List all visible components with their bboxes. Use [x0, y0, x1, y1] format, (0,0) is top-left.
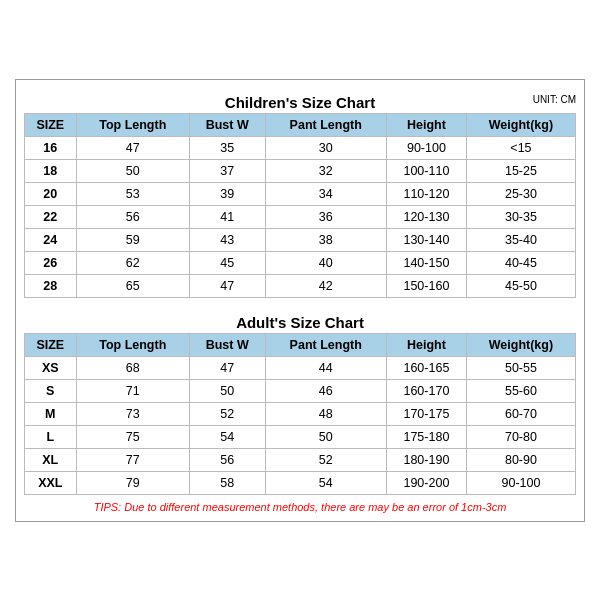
- table-row: 18503732100-11015-25: [25, 159, 576, 182]
- children-header-row: SIZE Top Length Bust W Pant Length Heigh…: [25, 113, 576, 136]
- table-row: 1647353090-100<15: [25, 136, 576, 159]
- children-col-pant-length: Pant Length: [265, 113, 386, 136]
- adults-col-bust-w: Bust W: [189, 333, 265, 356]
- table-row: XL775652180-19080-90: [25, 448, 576, 471]
- adults-size-table: SIZE Top Length Bust W Pant Length Heigh…: [24, 333, 576, 495]
- tips-text: TIPS: Due to different measurement metho…: [24, 501, 576, 513]
- children-col-size: SIZE: [25, 113, 77, 136]
- table-row: 26624540140-15040-45: [25, 251, 576, 274]
- table-row: XS684744160-16550-55: [25, 356, 576, 379]
- adults-header-row: SIZE Top Length Bust W Pant Length Heigh…: [25, 333, 576, 356]
- table-row: L755450175-18070-80: [25, 425, 576, 448]
- table-row: M735248170-17560-70: [25, 402, 576, 425]
- adults-col-height: Height: [386, 333, 466, 356]
- children-section-title: Children's Size Chart UNIT: CM: [24, 88, 576, 113]
- table-row: 28654742150-16045-50: [25, 274, 576, 297]
- children-col-bust-w: Bust W: [189, 113, 265, 136]
- size-chart-container: Children's Size Chart UNIT: CM SIZE Top …: [15, 79, 585, 522]
- table-row: 22564136120-13030-35: [25, 205, 576, 228]
- unit-label: UNIT: CM: [533, 94, 576, 105]
- table-row: 20533934110-12025-30: [25, 182, 576, 205]
- table-row: S715046160-17055-60: [25, 379, 576, 402]
- adults-section-title: Adult's Size Chart: [24, 308, 576, 333]
- children-size-table: SIZE Top Length Bust W Pant Length Heigh…: [24, 113, 576, 298]
- children-col-height: Height: [386, 113, 466, 136]
- adults-title-text: Adult's Size Chart: [236, 314, 364, 331]
- children-col-weight: Weight(kg): [466, 113, 575, 136]
- adults-col-pant-length: Pant Length: [265, 333, 386, 356]
- adults-col-size: SIZE: [25, 333, 77, 356]
- table-row: XXL795854190-20090-100: [25, 471, 576, 494]
- children-title-text: Children's Size Chart: [225, 94, 375, 111]
- adults-col-top-length: Top Length: [76, 333, 189, 356]
- adults-col-weight: Weight(kg): [466, 333, 575, 356]
- children-col-top-length: Top Length: [76, 113, 189, 136]
- table-row: 24594338130-14035-40: [25, 228, 576, 251]
